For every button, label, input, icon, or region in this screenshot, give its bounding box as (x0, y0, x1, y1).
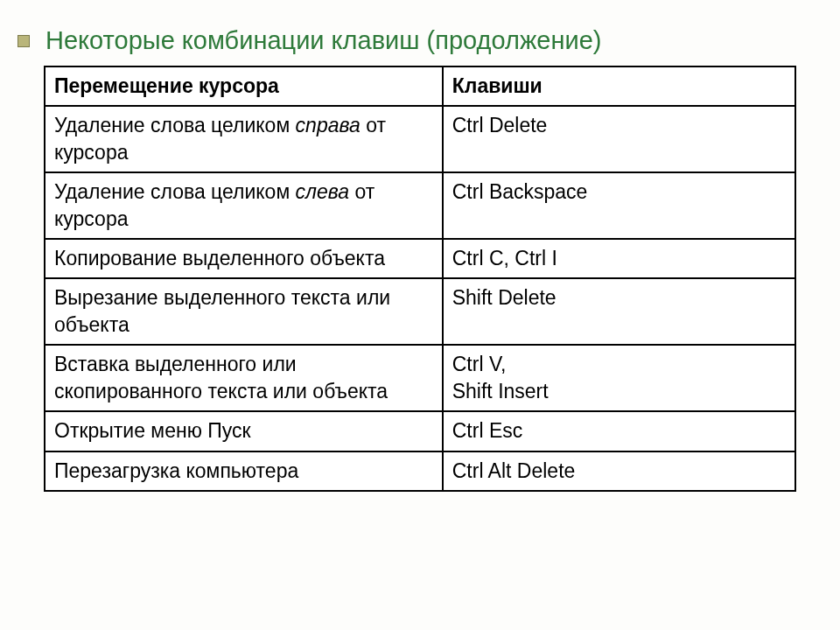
header-keys: Клавиши (443, 66, 795, 106)
slide: Некоторые комбинации клавиш (продолжение… (0, 0, 840, 630)
cell-description: Перезагрузка компьютера (45, 452, 443, 491)
table-row: Вставка выделенного или скопированного т… (45, 345, 795, 411)
table-row: Удаление слова целиком справа от курсора… (45, 106, 795, 172)
title-bullet-icon (18, 35, 30, 47)
table-header-row: Перемещение курсора Клавиши (45, 66, 795, 106)
shortcuts-table: Перемещение курсора Клавиши Удаление сло… (44, 66, 796, 492)
cell-description: Вырезание выделенного текста или объекта (45, 278, 443, 345)
cell-keys: Ctrl Delete (443, 106, 795, 172)
title-row: Некоторые комбинации клавиш (продолжение… (44, 26, 796, 55)
table-row: Открытие меню Пуск Ctrl Esc (45, 411, 795, 451)
header-description: Перемещение курсора (45, 66, 443, 106)
cell-description: Копирование выделенного объекта (45, 239, 443, 278)
cell-keys: Ctrl Alt Delete (443, 452, 795, 491)
cell-description: Удаление слова целиком слева от курсора (45, 172, 443, 239)
cell-keys: Ctrl Esc (443, 411, 795, 451)
slide-title: Некоторые комбинации клавиш (продолжение… (46, 26, 601, 55)
table-row: Вырезание выделенного текста или объекта… (45, 278, 795, 345)
cell-description: Открытие меню Пуск (45, 411, 443, 451)
cell-keys: Ctrl V, Shift Insert (443, 345, 795, 411)
cell-keys: Ctrl Backspace (443, 172, 795, 239)
cell-description: Вставка выделенного или скопированного т… (45, 345, 443, 411)
table-row: Копирование выделенного объекта Ctrl C, … (45, 239, 795, 278)
cell-keys: Shift Delete (443, 278, 795, 345)
cell-keys: Ctrl C, Ctrl I (443, 239, 795, 278)
table-row: Удаление слова целиком слева от курсора … (45, 172, 795, 239)
cell-description: Удаление слова целиком справа от курсора (45, 106, 443, 172)
table-row: Перезагрузка компьютера Ctrl Alt Delete (45, 452, 795, 491)
